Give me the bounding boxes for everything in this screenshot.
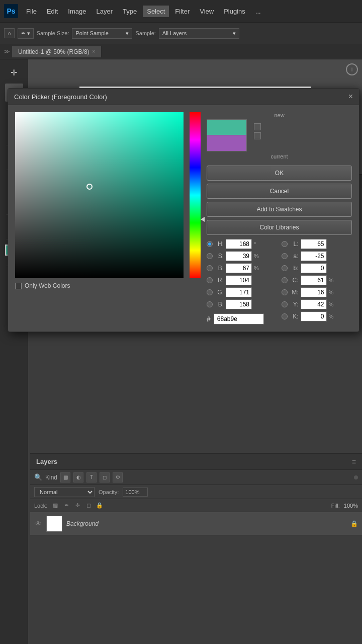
g-radio[interactable] bbox=[207, 289, 213, 295]
lock-all-btn[interactable]: 🔒 bbox=[96, 502, 104, 510]
bright-input[interactable] bbox=[226, 263, 252, 273]
color-fields: H: ° S: % B: % bbox=[207, 239, 352, 325]
hue-slider-container bbox=[190, 112, 201, 278]
b2-radio[interactable] bbox=[282, 265, 288, 271]
panel-expand-btn[interactable]: ≫ bbox=[4, 48, 12, 55]
layer-visibility-btn[interactable]: 👁 bbox=[34, 520, 42, 528]
b2-input[interactable] bbox=[301, 263, 327, 273]
lock-move-btn[interactable]: ✛ bbox=[73, 502, 81, 510]
y-radio[interactable] bbox=[282, 301, 288, 307]
layers-menu-icon[interactable]: ≡ bbox=[352, 458, 356, 466]
eyedropper-dropdown-arrow[interactable]: ▾ bbox=[27, 30, 30, 37]
web-colors-checkbox[interactable] bbox=[15, 283, 22, 289]
sat-radio[interactable] bbox=[207, 253, 213, 259]
menu-plugins[interactable]: Plugins bbox=[220, 6, 249, 17]
b2-label: b: bbox=[290, 265, 299, 272]
info-icon-btn[interactable]: i bbox=[346, 63, 358, 75]
hex-input[interactable] bbox=[214, 313, 264, 325]
current-color-swatch[interactable] bbox=[207, 135, 247, 151]
m-radio[interactable] bbox=[282, 289, 288, 295]
color-gradient-area: Only Web Colors bbox=[15, 112, 184, 278]
hue-input[interactable] bbox=[226, 239, 252, 249]
menu-image[interactable]: Image bbox=[64, 6, 90, 17]
tab-close-btn[interactable]: × bbox=[93, 49, 96, 54]
tool-home-btn[interactable]: ⌂ bbox=[4, 28, 15, 38]
dialog-right-panel: new current OK Cancel Add to Swa bbox=[207, 112, 352, 325]
k-input[interactable] bbox=[301, 311, 327, 321]
hue-unit: ° bbox=[254, 241, 262, 247]
c-input[interactable] bbox=[301, 275, 327, 285]
k-unit: % bbox=[329, 313, 337, 319]
menu-edit[interactable]: Edit bbox=[43, 6, 62, 17]
hue-radio[interactable] bbox=[207, 241, 213, 247]
menu-filter[interactable]: Filter bbox=[171, 6, 194, 17]
b-radio[interactable] bbox=[207, 301, 213, 307]
c-radio[interactable] bbox=[282, 277, 288, 283]
menu-file[interactable]: File bbox=[22, 6, 41, 17]
new-color-swatch[interactable] bbox=[207, 119, 247, 135]
eyedropper-tool-btn[interactable]: ✒ ▾ bbox=[18, 28, 34, 39]
layer-name: Background bbox=[66, 520, 346, 527]
menu-view[interactable]: View bbox=[196, 6, 218, 17]
a-radio[interactable] bbox=[282, 253, 288, 259]
dialog-close-btn[interactable]: × bbox=[348, 93, 353, 101]
blend-mode-dropdown[interactable]: Normal bbox=[34, 487, 95, 497]
opacity-input[interactable] bbox=[123, 488, 148, 497]
ok-button[interactable]: OK bbox=[207, 166, 352, 181]
dialog-title-bar: Color Picker (Foreground Color) × bbox=[8, 89, 359, 105]
r-label: R: bbox=[215, 277, 224, 284]
sample-size-dropdown[interactable]: Point Sample ▾ bbox=[72, 28, 132, 39]
dialog-body: Only Web Colors new bbox=[8, 105, 359, 332]
y-input[interactable] bbox=[301, 299, 327, 309]
filter-pixel-btn[interactable]: ▩ bbox=[60, 472, 70, 482]
r-radio[interactable] bbox=[207, 277, 213, 283]
filter-smart-btn[interactable]: ⚙ bbox=[113, 472, 123, 482]
sat-input[interactable] bbox=[226, 251, 252, 261]
layer-row-background[interactable]: 👁 Background 🔒 bbox=[30, 512, 362, 535]
l-label: L: bbox=[290, 240, 299, 248]
a-input[interactable] bbox=[301, 251, 327, 261]
b-input[interactable] bbox=[226, 299, 252, 309]
b-label: B: bbox=[215, 301, 224, 308]
sample-dropdown[interactable]: All Layers ▾ bbox=[159, 28, 239, 39]
menu-more[interactable]: ... bbox=[251, 6, 265, 17]
bright-unit: % bbox=[254, 265, 262, 271]
l-radio[interactable] bbox=[282, 241, 288, 247]
g-input[interactable] bbox=[226, 287, 252, 297]
add-to-swatches-button[interactable]: Add to Swatches bbox=[207, 202, 352, 217]
k-radio[interactable] bbox=[282, 313, 288, 319]
color-libraries-button[interactable]: Color Libraries bbox=[207, 220, 352, 235]
menu-select[interactable]: Select bbox=[143, 6, 169, 17]
filter-dot bbox=[354, 475, 358, 479]
m-label: M: bbox=[290, 289, 299, 296]
tab-bar: ≫ Untitled-1 @ 50% (RGB/8) × bbox=[0, 44, 362, 59]
a-label: a: bbox=[290, 253, 299, 260]
menu-type[interactable]: Type bbox=[119, 6, 141, 17]
bright-radio[interactable] bbox=[207, 265, 213, 271]
gradient-field[interactable] bbox=[15, 112, 184, 278]
lock-transparency-btn[interactable]: ▩ bbox=[51, 502, 59, 510]
lock-paint-btn[interactable]: ✒ bbox=[62, 502, 70, 510]
r-input[interactable] bbox=[226, 275, 252, 285]
swap-colors-btn[interactable] bbox=[254, 123, 261, 130]
c-label: C: bbox=[290, 277, 299, 284]
filter-type-btn[interactable]: T bbox=[86, 472, 97, 482]
color-options-btn[interactable] bbox=[254, 132, 261, 139]
document-tab[interactable]: Untitled-1 @ 50% (RGB/8) × bbox=[12, 46, 102, 57]
move-tool-btn[interactable]: ✛ bbox=[5, 63, 23, 82]
c-unit: % bbox=[329, 277, 337, 283]
fill-label: Fill: bbox=[331, 503, 340, 509]
layers-options-bar: Normal Opacity: bbox=[30, 485, 362, 499]
menu-layer[interactable]: Layer bbox=[93, 6, 117, 17]
cancel-button[interactable]: Cancel bbox=[207, 184, 352, 199]
tab-label: Untitled-1 @ 50% (RGB/8) bbox=[18, 48, 89, 55]
sample-label: Sample: bbox=[135, 30, 155, 36]
filter-adjustment-btn[interactable]: ◐ bbox=[73, 472, 83, 482]
lock-artboard-btn[interactable]: ◻ bbox=[84, 502, 93, 510]
m-input[interactable] bbox=[301, 287, 327, 297]
a-row: a: bbox=[282, 251, 352, 261]
filter-shape-btn[interactable]: ◻ bbox=[100, 472, 110, 482]
search-icon: 🔍 bbox=[34, 473, 42, 481]
hue-slider[interactable] bbox=[190, 112, 201, 278]
l-input[interactable] bbox=[301, 239, 327, 249]
